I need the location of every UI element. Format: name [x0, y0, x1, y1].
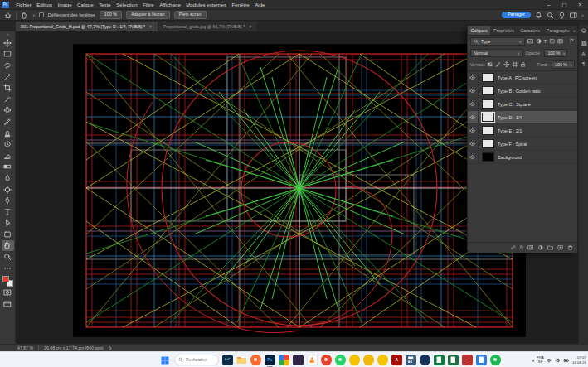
workspace-panels-icon[interactable]	[570, 12, 577, 19]
fit-screen-button[interactable]: Adapter à l'écran	[126, 11, 170, 19]
eyedropper-tool[interactable]	[2, 94, 14, 105]
discover-bulb-icon[interactable]	[558, 12, 566, 19]
language-indicator[interactable]: FRA SF	[537, 356, 544, 365]
taskbar-app-app-yellow-2[interactable]	[363, 355, 374, 365]
paragraph-panel-icon[interactable]: ¶	[582, 61, 585, 66]
lock-transparency-icon[interactable]	[487, 61, 493, 68]
minimize-button[interactable]: –	[541, 0, 556, 9]
volume-icon[interactable]	[555, 357, 561, 364]
layer-style-icon[interactable]: fx	[520, 245, 523, 250]
document-canvas[interactable]	[73, 44, 526, 337]
taskbar-app-file-explorer[interactable]	[236, 355, 247, 365]
menu-item-s-lection[interactable]: Sélection	[114, 2, 140, 7]
character-panel-icon[interactable]: A	[581, 51, 585, 56]
taskbar-app-whatsapp[interactable]	[335, 355, 346, 365]
layer-row-type-d-1-4[interactable]: Type D : 1/4	[468, 111, 577, 124]
screen-mode[interactable]	[2, 298, 14, 310]
zoom-level-field[interactable]: 47,67 %	[17, 345, 33, 350]
document-tab-2[interactable]: Proportional_grids.jpg @ 66,7% (RVB/8) *…	[158, 22, 257, 31]
tab-close-icon[interactable]: ✕	[248, 24, 252, 29]
layer-row-type-a-pc-screen[interactable]: Type A : PC screen	[468, 71, 577, 85]
fill-select[interactable]: 100 % ∨	[552, 60, 575, 69]
taskbar-app-app-flame[interactable]	[321, 355, 332, 365]
libraries-panel-icon[interactable]	[581, 40, 587, 46]
edit-toolbar[interactable]	[2, 263, 14, 274]
crop-tool[interactable]	[2, 82, 14, 94]
taskbar-app-app-blue[interactable]	[476, 355, 487, 365]
taskbar-app-excel[interactable]	[434, 355, 445, 365]
quick-selection-tool[interactable]	[2, 71, 14, 83]
quick-mask-mode[interactable]	[2, 287, 14, 298]
start-button[interactable]	[160, 355, 170, 365]
full-screen-button[interactable]: Plein écran	[174, 11, 207, 19]
zoom-100-button[interactable]: 100 %	[100, 11, 122, 19]
taskbar-app-vlc[interactable]	[307, 355, 318, 365]
shape-tool[interactable]	[2, 229, 14, 240]
menu-item-affichage[interactable]: Affichage	[157, 2, 183, 7]
panel-double-chevron-icon[interactable]: »	[573, 28, 576, 33]
lasso-tool[interactable]	[2, 60, 14, 71]
adjustment-layer-icon[interactable]	[537, 244, 544, 251]
type-tool[interactable]	[2, 206, 14, 218]
layer-thumbnail[interactable]	[482, 86, 494, 95]
maximize-button[interactable]: ▢	[556, 0, 572, 9]
filter-type-select[interactable]: Type ∨	[470, 37, 525, 46]
taskbar-app-app-red[interactable]: –	[462, 355, 473, 365]
clone-stamp-tool[interactable]	[2, 128, 14, 139]
home-icon[interactable]	[4, 12, 12, 19]
layer-visibility-toggle[interactable]	[468, 71, 479, 84]
taskbar-app-photoshop[interactable]: Ps	[265, 355, 275, 365]
layer-thumbnail[interactable]	[482, 152, 494, 162]
panel-tab-caract-re[interactable]: Caractère	[518, 26, 543, 35]
document-tab-1[interactable]: 001-Proportional_Grids_H.psd @ 47,7% (Ty…	[16, 22, 158, 31]
new-layer-icon[interactable]	[557, 244, 564, 251]
layer-row-type-f-spiral[interactable]: Type F : Spiral	[468, 138, 577, 151]
menu-item-fichier[interactable]: Fichier	[13, 2, 34, 7]
filter-shape-layers-icon[interactable]	[549, 38, 556, 45]
chevron-down-icon[interactable]: ∨	[581, 13, 584, 17]
lock-all-icon[interactable]	[520, 61, 527, 68]
layer-visibility-toggle[interactable]	[468, 111, 479, 123]
path-selection-tool[interactable]	[2, 218, 14, 229]
opacity-select[interactable]: 100 % ∨	[544, 49, 567, 57]
search-icon[interactable]	[547, 12, 554, 19]
layer-visibility-toggle[interactable]	[468, 98, 479, 110]
close-button[interactable]: ✕	[572, 0, 588, 9]
battery-icon[interactable]	[563, 357, 570, 364]
filter-pixel-layers-icon[interactable]	[527, 38, 534, 45]
menu-item-aide[interactable]: Aide	[252, 2, 268, 7]
layers-panel-icon[interactable]	[581, 28, 587, 35]
delete-layer-icon[interactable]	[567, 244, 574, 251]
add-mask-icon[interactable]	[527, 244, 534, 251]
layer-row-type-e-2-1[interactable]: Type E : 2/1	[468, 124, 577, 138]
menu-item-modules-externes[interactable]: Modules externes	[183, 2, 229, 7]
layer-thumbnail[interactable]	[482, 126, 494, 135]
filter-toggle-icon[interactable]	[569, 38, 576, 45]
taskbar-app-app-yellow-1[interactable]	[349, 355, 360, 365]
tray-overflow-icon[interactable]: ∧	[532, 358, 535, 363]
taskbar-app-acrobat[interactable]: A	[391, 355, 402, 365]
link-layers-icon[interactable]	[510, 244, 517, 251]
wifi-icon[interactable]	[546, 357, 552, 364]
layer-visibility-toggle[interactable]	[468, 138, 479, 150]
scroll-all-windows-checkbox[interactable]	[39, 12, 44, 17]
hand-tool-icon[interactable]	[21, 12, 28, 19]
menu-item-texte[interactable]: Texte	[96, 2, 114, 7]
filter-adjustment-layers-icon[interactable]	[536, 38, 542, 45]
layer-visibility-toggle[interactable]	[468, 85, 479, 97]
eraser-tool[interactable]	[2, 150, 14, 162]
taskbar-search[interactable]	[174, 355, 219, 365]
tab-close-icon[interactable]: ✕	[148, 24, 153, 29]
taskbar-app-lightroom-classic[interactable]: LrC	[222, 355, 233, 365]
hand-tool[interactable]	[2, 240, 14, 252]
taskbar-app-excel-window[interactable]	[448, 355, 459, 365]
layer-thumbnail[interactable]	[482, 73, 494, 82]
filter-type-layers-icon[interactable]: T	[544, 39, 547, 44]
chevron-down-icon[interactable]: ∨	[32, 13, 35, 17]
dodge-tool[interactable]	[2, 184, 14, 196]
menu-item-image[interactable]: Image	[55, 2, 75, 7]
search-input[interactable]	[186, 357, 215, 362]
bell-icon[interactable]	[535, 12, 542, 19]
menu-item-edition[interactable]: Edition	[34, 2, 55, 7]
pen-tool[interactable]	[2, 195, 14, 206]
